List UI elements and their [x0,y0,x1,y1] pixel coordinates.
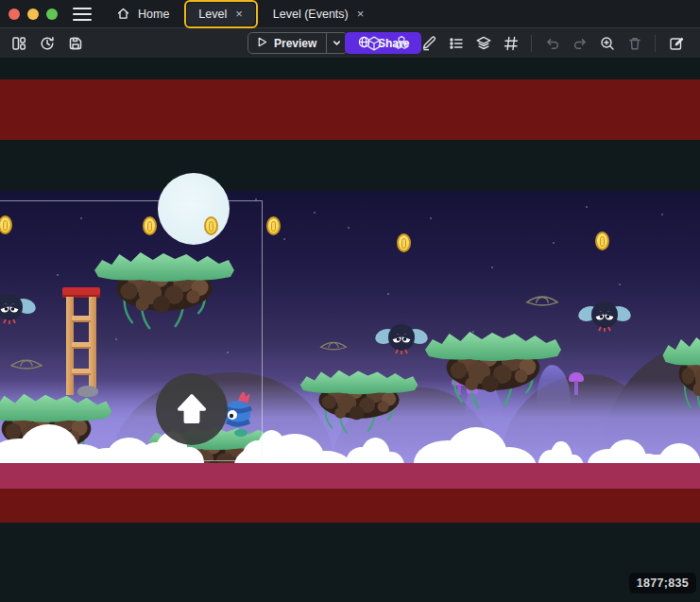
selection-rectangle[interactable] [0,200,263,461]
cursor-coordinates-badge: 1877;835 [629,573,696,593]
star [348,227,350,229]
main-menu-icon[interactable] [73,8,92,21]
star [586,206,588,208]
history-icon[interactable] [36,32,58,54]
play-icon [256,36,268,51]
star [661,214,663,215]
eye-instance[interactable] [319,339,348,353]
objects-3d-icon[interactable] [363,32,384,54]
close-tab-icon[interactable]: × [234,7,244,21]
save-icon[interactable] [64,32,86,54]
close-tab-icon[interactable]: × [356,7,366,21]
eye-instance[interactable] [525,293,559,310]
minimize-window-button[interactable] [27,9,39,20]
instances-list-icon[interactable] [445,32,467,54]
level-border-band-bottom [0,489,700,523]
preview-label: Preview [274,37,316,50]
toolbar-right-group [363,28,687,58]
level-border-band-crimson [0,463,700,489]
island-instance[interactable] [423,325,563,415]
tab-label: Home [138,8,169,21]
zoom-in-icon[interactable] [596,32,618,54]
star [387,293,389,295]
tab-home[interactable]: Home [105,3,180,26]
object-groups-icon[interactable] [390,32,412,54]
star [619,284,621,285]
island-instance[interactable] [299,365,419,439]
coin-instance[interactable] [397,233,411,252]
toolbar-separator [531,35,532,52]
scene-editor-canvas[interactable]: 1877;835 [0,58,700,602]
tutorial-highlight: Level × [184,0,257,28]
tab-label: Level [198,8,227,21]
editor-toolbar: Preview Share [0,28,700,58]
title-bar: Home Level × Level (Events) × [0,0,700,28]
star [430,217,432,219]
coin-instance[interactable] [266,216,281,235]
panels-icon[interactable] [8,32,29,54]
home-icon [116,7,130,21]
edit-scene-icon[interactable] [665,32,687,54]
tab-label: Level (Events) [273,8,349,21]
star [491,267,493,268]
level-border-band-top [0,79,700,140]
bat-instance[interactable] [375,319,428,359]
maximize-window-button[interactable] [46,9,58,20]
island-instance[interactable] [661,331,700,421]
app-window: Home Level × Level (Events) × [0,0,700,602]
star [314,212,316,214]
grid-icon[interactable] [500,32,521,54]
tab-bar: Home Level × Level (Events) × [105,0,376,27]
undo-icon[interactable] [541,32,563,54]
window-controls [0,9,67,20]
star [283,238,285,240]
toolbar-separator [655,35,656,52]
star [553,242,555,244]
coin-instance[interactable] [595,232,609,250]
close-window-button[interactable] [9,9,20,20]
toolbar-left-group [8,28,86,58]
delete-icon[interactable] [623,32,645,54]
scene [0,191,700,463]
redo-icon[interactable] [569,32,590,54]
tab-level[interactable]: Level × [187,3,254,26]
preview-button[interactable]: Preview [248,32,348,54]
bat-instance[interactable] [578,297,631,336]
tab-level-events[interactable]: Level (Events) × [262,3,377,26]
edit-icon[interactable] [418,32,439,54]
layers-icon[interactable] [472,32,494,54]
